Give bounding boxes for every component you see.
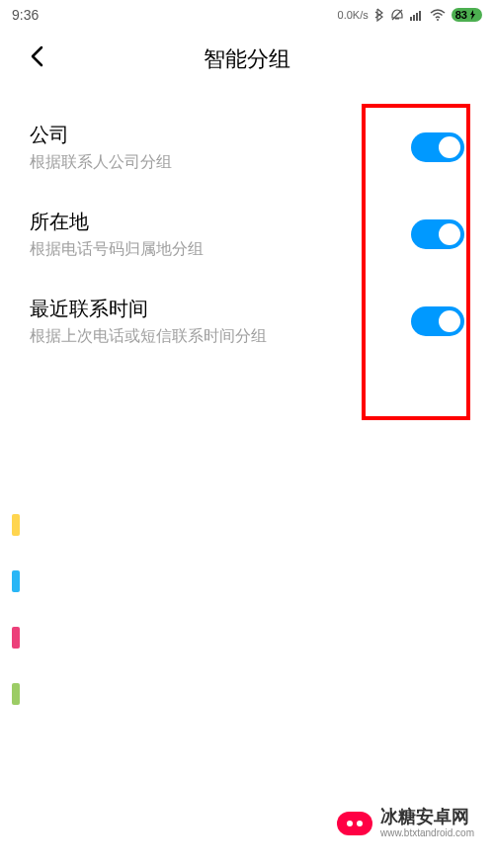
- mute-icon: [390, 8, 404, 22]
- status-bar: 9:36 0.0K/s 83: [0, 0, 494, 30]
- watermark-text: 冰糖安卓网 www.btxtandroid.com: [380, 808, 474, 838]
- svg-point-5: [437, 19, 439, 21]
- setting-desc: 根据上次电话或短信联系时间分组: [30, 326, 411, 347]
- edge-tab-green: [12, 683, 20, 705]
- setting-company[interactable]: 公司 根据联系人公司分组: [0, 104, 494, 191]
- watermark-cn: 冰糖安卓网: [380, 808, 474, 827]
- network-speed: 0.0K/s: [338, 9, 369, 21]
- signal-icon: [410, 9, 424, 21]
- setting-recent-contact[interactable]: 最近联系时间 根据上次电话或短信联系时间分组: [0, 278, 494, 365]
- setting-desc: 根据电话号码归属地分组: [30, 239, 411, 260]
- status-time: 9:36: [12, 7, 39, 23]
- setting-text: 公司 根据联系人公司分组: [30, 122, 411, 173]
- page-title: 智能分组: [20, 44, 474, 74]
- toggle-company[interactable]: [411, 132, 464, 162]
- edge-tab-blue: [12, 570, 20, 592]
- app-header: 智能分组: [0, 30, 494, 89]
- battery-indicator: 83: [452, 8, 482, 22]
- toggle-recent-contact[interactable]: [411, 306, 464, 336]
- edge-tab-yellow: [12, 514, 20, 536]
- toggle-location[interactable]: [411, 219, 464, 249]
- settings-list: 公司 根据联系人公司分组 所在地 根据电话号码归属地分组 最近联系时间 根据上次…: [0, 89, 494, 365]
- svg-rect-4: [419, 11, 421, 21]
- chevron-left-icon: [30, 45, 43, 67]
- svg-rect-2: [413, 15, 415, 21]
- watermark-logo-icon: [337, 812, 372, 835]
- bluetooth-icon: [374, 8, 384, 22]
- setting-text: 所在地 根据电话号码归属地分组: [30, 209, 411, 260]
- svg-rect-3: [416, 13, 418, 21]
- svg-rect-1: [410, 17, 412, 21]
- edge-decoration: [12, 514, 20, 739]
- setting-location[interactable]: 所在地 根据电话号码归属地分组: [0, 191, 494, 278]
- setting-title: 所在地: [30, 209, 411, 235]
- watermark-en: www.btxtandroid.com: [380, 827, 474, 838]
- setting-title: 最近联系时间: [30, 296, 411, 322]
- status-right: 0.0K/s 83: [338, 8, 482, 22]
- wifi-icon: [430, 9, 446, 21]
- back-button[interactable]: [30, 45, 43, 73]
- battery-percent: 83: [455, 9, 467, 21]
- edge-tab-pink: [12, 627, 20, 649]
- setting-text: 最近联系时间 根据上次电话或短信联系时间分组: [30, 296, 411, 347]
- watermark: 冰糖安卓网 www.btxtandroid.com: [337, 808, 474, 838]
- setting-desc: 根据联系人公司分组: [30, 152, 411, 173]
- charging-icon: [469, 10, 476, 20]
- setting-title: 公司: [30, 122, 411, 148]
